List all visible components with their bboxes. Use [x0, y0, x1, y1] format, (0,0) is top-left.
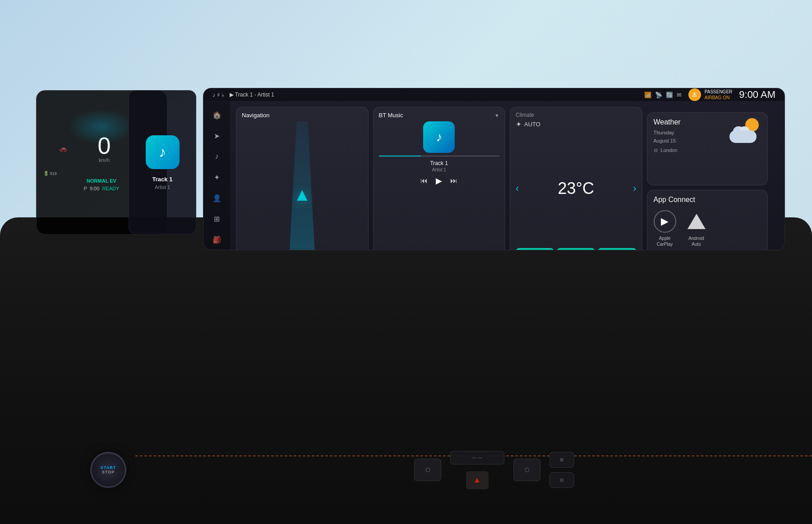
nav-music-icon[interactable]: ♪ [209, 148, 225, 165]
weather-visual [729, 118, 761, 145]
next-track-button[interactable]: ⏭ [450, 177, 457, 185]
appconnect-title: App Connect [654, 196, 761, 204]
sync-icon: 🔄 [666, 92, 673, 98]
cluster-glow [68, 109, 135, 145]
music-controls: ⏮ ▶ ⏭ [374, 173, 505, 190]
music-progress-track [379, 156, 500, 156]
navigation-visual: ▲ [236, 121, 368, 250]
gear-btn-icon-1: ⊞ [560, 457, 563, 462]
prev-track-button[interactable]: ⏮ [420, 177, 428, 185]
music-track-left: Track 1 [152, 176, 173, 183]
status-icons-group: 📶 📡 🔄 ✉ [644, 92, 682, 98]
mail-icon: ✉ [677, 92, 682, 98]
nav-bag-icon[interactable]: 🎒 [209, 231, 225, 248]
stop-label: STOP [102, 470, 115, 474]
nav-arrow-icon[interactable]: ➤ [209, 128, 225, 144]
music-info: Track 1 Artist 1 [374, 159, 505, 173]
bt-music-title: BT Music [379, 112, 403, 119]
climate-auto-button[interactable]: AUTO [557, 248, 595, 250]
bt-track-name: Track 1 [379, 160, 500, 166]
center-physical-controls: — — ▲ [450, 451, 504, 489]
climate-fan-icon: ✦ [516, 120, 521, 129]
appconnect-widget: App Connect ▶ AppleCarPlay AndroidAuto [647, 190, 768, 250]
gear-btn-icon-2: ⊟ [560, 478, 563, 483]
speed-unit: km/h [99, 157, 110, 163]
start-label: START [101, 465, 116, 470]
physical-controls-area: ⬡ — — ▲ ⬡ ⊞ ⊟ [203, 443, 785, 497]
climate-widget[interactable]: Climate ✦ AUTO ‹ 23°C › A/C AUTO 🚗 [510, 107, 642, 250]
airbag-group: ⚠ PASSENGER AIRBAG ON [688, 88, 733, 101]
nav-user-icon[interactable]: 👤 [209, 190, 225, 206]
temp-decrease-button[interactable]: ‹ [516, 183, 519, 194]
climate-auto-label: AUTO [524, 121, 540, 128]
wifi-icon: 📶 [644, 92, 651, 98]
climate-buttons-row: A/C AUTO 🚗 [516, 248, 637, 250]
vent-left[interactable]: ⬡ [414, 459, 441, 481]
navigation-widget-title: Navigation [236, 107, 368, 121]
status-bar: ♪ ♯ ♭ ▶ Track 1 - Artist 1 📶 📡 🔄 ✉ ⚠ PAS… [203, 88, 784, 101]
bt-music-header: BT Music ▼ [374, 107, 505, 121]
nav-home2-icon[interactable]: ⊞ [209, 211, 225, 227]
climate-sync-button[interactable]: 🚗 [598, 248, 636, 250]
vent-right[interactable]: ⬡ [513, 459, 540, 481]
vent-icon-right: ⬡ [525, 467, 529, 473]
gear-buttons: ⊞ ⊟ [549, 452, 574, 488]
status-bar-left: ♪ ♯ ♭ ▶ Track 1 - Artist 1 [212, 92, 274, 98]
music-artist-left: Artist 1 [155, 184, 170, 190]
hazard-button[interactable]: ▲ [466, 471, 489, 489]
airbag-badge: ⚠ [688, 88, 701, 101]
weather-title: Weather [654, 118, 681, 126]
screen-content: 🏠 ➤ ♪ ✦ 👤 ⊞ 🎒 360 Navigation ▲ BT Mu [203, 101, 784, 250]
climate-title: Climate [516, 112, 637, 118]
bt-music-widget[interactable]: BT Music ▼ ♪ Track 1 Artist 1 ⏮ ▶ ⏭ [373, 107, 506, 250]
temperature-row: ‹ 23°C › [516, 132, 637, 244]
nav-direction-arrow: ▲ [293, 184, 311, 205]
android-triangle [687, 214, 706, 229]
now-playing-label: ▶ Track 1 - Artist 1 [230, 92, 274, 98]
status-bar-right: 📶 📡 🔄 ✉ ⚠ PASSENGER AIRBAG ON 9:00 AM [644, 88, 775, 101]
weather-info: Weather Thursday August 15 ⊙ London [654, 118, 681, 155]
apple-carplay-icon[interactable]: ▶ AppleCarPlay [654, 210, 676, 247]
infotainment-screen: ♪ ♯ ♭ ▶ Track 1 - Artist 1 📶 📡 🔄 ✉ ⚠ PAS… [203, 88, 785, 250]
climate-auto-row: ✦ AUTO [516, 120, 637, 129]
widget-grid: Navigation ▲ BT Music ▼ ♪ [231, 101, 784, 250]
weather-date: Thursday August 15 ⊙ London [654, 129, 681, 155]
car-icon: 🚗 [59, 145, 67, 152]
cloud-body [729, 130, 757, 143]
status-clock: 9:00 AM [739, 89, 775, 101]
music-album-art: ♪ [423, 121, 455, 153]
ac-button[interactable]: A/C [516, 248, 554, 250]
battery-icon: 🔋 818 [43, 171, 57, 176]
carplay-icon-circle: ▶ [654, 210, 676, 233]
music-left-widget[interactable]: ♪ Track 1 Artist 1 [129, 90, 196, 234]
android-auto-icon-shape [685, 210, 708, 233]
gear-button-1[interactable]: ⊞ [549, 452, 574, 468]
bt-music-dropdown[interactable]: ▼ [494, 113, 499, 118]
location-icon: ⊙ [654, 147, 658, 153]
signal-icon: 📡 [655, 92, 662, 98]
vent-icon-left: ⬡ [425, 467, 430, 473]
nav-sidebar: 🏠 ➤ ♪ ✦ 👤 ⊞ 🎒 360 [203, 101, 231, 250]
nav-home-icon[interactable]: 🏠 [209, 107, 225, 123]
weather-location: London [661, 147, 678, 153]
temp-increase-button[interactable]: › [633, 183, 636, 194]
navigation-widget[interactable]: Navigation ▲ [236, 107, 369, 250]
drive-mode-btn[interactable]: — — [450, 451, 504, 464]
music-album-icon-left: ♪ [146, 135, 180, 169]
android-auto-icon[interactable]: AndroidAuto [685, 210, 708, 247]
start-stop-button[interactable]: START STOP [90, 452, 126, 488]
nav-fan-icon[interactable]: ✦ [209, 169, 225, 185]
music-status-icon: ♪ ♯ ♭ [212, 92, 224, 98]
android-auto-label: AndroidAuto [688, 235, 704, 247]
temperature-display: 23°C [558, 179, 594, 198]
music-note-icon: ♪ [436, 130, 442, 144]
bt-artist-name: Artist 1 [379, 167, 500, 172]
right-panel: Weather Thursday August 15 ⊙ London [647, 107, 773, 250]
music-progress-fill [379, 156, 421, 156]
weather-widget[interactable]: Weather Thursday August 15 ⊙ London [647, 112, 768, 185]
carplay-label: AppleCarPlay [657, 235, 673, 247]
gear-button-2[interactable]: ⊟ [549, 472, 574, 488]
airbag-text: PASSENGER AIRBAG ON [705, 89, 733, 101]
play-pause-button[interactable]: ▶ [436, 176, 442, 186]
appconnect-icons-row: ▶ AppleCarPlay AndroidAuto [654, 210, 761, 247]
